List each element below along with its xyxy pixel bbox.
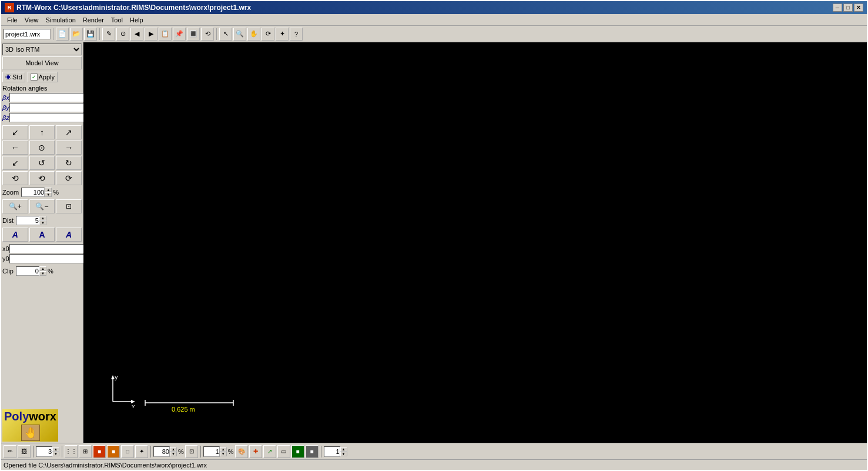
apply-button[interactable]: ✓ Apply: [28, 72, 58, 82]
menu-file[interactable]: File: [4, 15, 21, 25]
zoom-label: Zoom: [2, 189, 19, 196]
bt-stroke[interactable]: □: [121, 445, 134, 458]
tb-icon-2[interactable]: ⊙: [116, 28, 129, 41]
new-file-button[interactable]: 📄: [56, 28, 69, 41]
bt-cross[interactable]: ✚: [249, 445, 262, 458]
bx-input[interactable]: [9, 93, 93, 102]
rot-icon-9[interactable]: ↻: [56, 156, 82, 170]
clip-input[interactable]: [16, 266, 39, 276]
bt-grid[interactable]: ⋮⋮: [65, 445, 78, 458]
page-input[interactable]: [203, 446, 220, 457]
bt-fill-red[interactable]: ■: [93, 445, 106, 458]
menu-tool[interactable]: Tool: [108, 15, 126, 25]
std-button[interactable]: Std: [2, 72, 25, 82]
dist-up[interactable]: ▲: [39, 216, 46, 221]
zoom-in-button[interactable]: 🔍+: [2, 199, 28, 213]
zoom-fit-button[interactable]: 🔍: [233, 28, 246, 41]
zoom-fit-icon[interactable]: ⊡: [56, 199, 82, 213]
text-icon-3[interactable]: A: [56, 228, 82, 242]
layer-down[interactable]: ▼: [52, 452, 59, 456]
logo-hand-icon: 🤚: [21, 425, 40, 441]
value2-input[interactable]: [324, 446, 340, 457]
opacity-input[interactable]: [153, 446, 170, 457]
view-select-dropdown[interactable]: 3D Iso RTM Front Side Top: [2, 44, 82, 55]
tb-icon-10[interactable]: ?: [290, 28, 303, 41]
bt-arrow[interactable]: ↗: [263, 445, 276, 458]
dist-input[interactable]: [16, 216, 39, 225]
bt-fill-orange[interactable]: ■: [107, 445, 120, 458]
page-down[interactable]: ▼: [220, 452, 227, 456]
bt-image[interactable]: 🖼: [18, 445, 31, 458]
rot-icon-2[interactable]: ↑: [29, 125, 55, 139]
y0-input[interactable]: [9, 254, 92, 263]
rot-icon-5[interactable]: ⊙: [29, 141, 55, 155]
value2-down[interactable]: ▼: [340, 452, 347, 456]
maximize-button[interactable]: □: [843, 4, 853, 12]
dist-down[interactable]: ▼: [39, 221, 46, 225]
main-area: 3D Iso RTM Front Side Top Model View Std…: [1, 42, 867, 443]
menu-simulation[interactable]: Simulation: [42, 15, 79, 25]
zoom-up[interactable]: ▲: [45, 188, 52, 192]
bz-input[interactable]: [9, 113, 93, 122]
value2-up[interactable]: ▲: [340, 447, 347, 452]
menu-help[interactable]: Help: [126, 15, 147, 25]
rot-icon-4[interactable]: ←: [2, 141, 28, 155]
save-file-button[interactable]: 💾: [84, 28, 97, 41]
std-apply-row: Std ✓ Apply: [2, 72, 82, 82]
zoom-down[interactable]: ▼: [45, 192, 52, 197]
project-file-input[interactable]: [4, 29, 51, 39]
clip-down[interactable]: ▼: [39, 271, 46, 276]
layer-up[interactable]: ▲: [52, 447, 59, 452]
window-title: RTM-Worx C:\Users\administrator.RIMS\Doc…: [16, 4, 251, 12]
open-file-button[interactable]: 📂: [70, 28, 83, 41]
clip-up[interactable]: ▲: [39, 266, 46, 271]
pan-button[interactable]: ✋: [247, 28, 260, 41]
rot-icon-11[interactable]: ⟲: [29, 171, 55, 185]
bt-gray[interactable]: ■: [306, 445, 319, 458]
tb-icon-8[interactable]: ⟲: [201, 28, 214, 41]
by-input[interactable]: [9, 103, 93, 112]
bt-green[interactable]: ■: [291, 445, 304, 458]
rotate-button[interactable]: ⟳: [262, 28, 274, 41]
rot-icon-6[interactable]: →: [56, 141, 82, 155]
bt-pencil[interactable]: ✏: [4, 445, 16, 458]
opacity-down[interactable]: ▼: [170, 452, 177, 456]
close-button[interactable]: ✕: [854, 4, 863, 12]
bt-grid2[interactable]: ⊞: [79, 445, 92, 458]
rot-icon-10[interactable]: ⟲: [2, 171, 28, 185]
tb-icon-1[interactable]: ✎: [102, 28, 115, 41]
zoom-input[interactable]: [21, 188, 45, 197]
apply-check[interactable]: ✓: [31, 74, 38, 81]
text-icon-1[interactable]: A: [2, 228, 28, 242]
bt-rect[interactable]: ▭: [277, 445, 290, 458]
viewport[interactable]: y x 0,625 m: [83, 42, 867, 443]
tb-icon-9[interactable]: ✦: [276, 28, 289, 41]
bt-star[interactable]: ✦: [135, 445, 148, 458]
tb-icon-3[interactable]: ◀: [130, 28, 143, 41]
rot-icon-3[interactable]: ↗: [56, 125, 82, 139]
rot-icon-12[interactable]: ⟳: [56, 171, 82, 185]
bt-palette[interactable]: 🎨: [235, 445, 248, 458]
page-up[interactable]: ▲: [220, 447, 227, 452]
cursor-button[interactable]: ↖: [219, 28, 232, 41]
text-icon-2[interactable]: A: [29, 228, 55, 242]
zoom-out-button[interactable]: 🔍−: [29, 199, 55, 213]
menu-view[interactable]: View: [21, 15, 42, 25]
opacity-up[interactable]: ▲: [170, 447, 177, 452]
model-view-button[interactable]: Model View: [2, 56, 82, 69]
layer-spinners: ▲ ▼: [52, 447, 59, 456]
menu-render[interactable]: Render: [79, 15, 108, 25]
std-radio[interactable]: [5, 74, 11, 80]
tb-icon-7[interactable]: 🔳: [187, 28, 200, 41]
rot-icon-1[interactable]: ↙: [2, 125, 28, 139]
layer-input[interactable]: [36, 446, 52, 457]
bt-window[interactable]: ⊡: [185, 445, 198, 458]
tb-icon-4[interactable]: ▶: [145, 28, 157, 41]
tb-icon-6[interactable]: 📌: [173, 28, 186, 41]
dist-label: Dist: [2, 217, 14, 224]
rot-icon-8[interactable]: ↺: [29, 156, 55, 170]
tb-icon-5[interactable]: 📋: [159, 28, 172, 41]
rot-icon-7[interactable]: ↙: [2, 156, 28, 170]
x0-input[interactable]: [9, 244, 92, 253]
minimize-button[interactable]: ─: [833, 4, 842, 12]
